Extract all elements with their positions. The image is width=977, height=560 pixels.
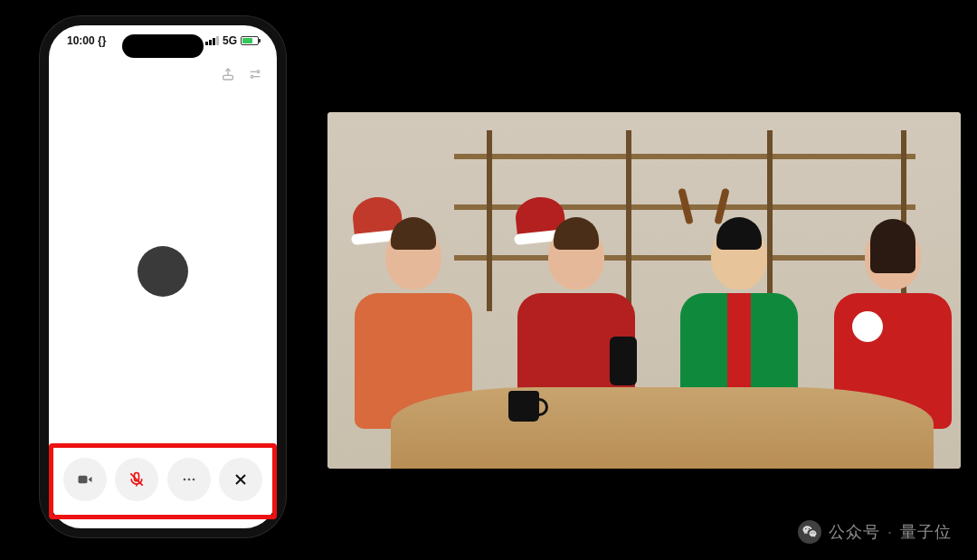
head xyxy=(865,224,921,289)
mic-mute-button[interactable] xyxy=(115,458,158,501)
dynamic-island xyxy=(122,34,204,58)
head xyxy=(385,224,441,289)
svg-point-6 xyxy=(187,479,190,481)
shelf xyxy=(454,154,915,159)
top-action-icons xyxy=(221,67,262,85)
svg-point-1 xyxy=(257,71,260,73)
call-controls xyxy=(49,445,277,516)
svg-rect-3 xyxy=(78,476,87,483)
svg-point-5 xyxy=(183,479,185,481)
table xyxy=(391,387,934,469)
status-time: 10:00 {} xyxy=(67,34,106,47)
phone-mockup: 10:00 {} 5G xyxy=(40,16,286,537)
svg-point-7 xyxy=(192,479,194,481)
close-button[interactable] xyxy=(219,458,262,501)
separator: · xyxy=(887,523,893,542)
video-frame xyxy=(327,112,961,469)
voice-indicator-dot xyxy=(138,246,188,297)
mug xyxy=(508,391,539,422)
svg-rect-0 xyxy=(223,75,233,80)
watermark-name: 量子位 xyxy=(900,521,952,543)
status-right: 5G xyxy=(205,34,259,47)
wechat-icon xyxy=(798,520,821,544)
head xyxy=(711,224,767,289)
shelf-post xyxy=(487,130,492,311)
watermark: 公众号 · 量子位 xyxy=(798,520,952,544)
more-button[interactable] xyxy=(167,458,211,501)
battery-icon xyxy=(241,36,259,45)
signal-icon xyxy=(205,36,219,45)
svg-point-2 xyxy=(251,75,253,78)
sliders-icon[interactable] xyxy=(248,67,262,85)
antlers-icon xyxy=(677,186,731,224)
head xyxy=(548,224,604,289)
watermark-prefix: 公众号 xyxy=(829,521,880,543)
share-icon[interactable] xyxy=(221,67,235,85)
held-phone xyxy=(610,337,637,385)
network-label: 5G xyxy=(223,34,237,47)
video-button[interactable] xyxy=(63,458,107,501)
